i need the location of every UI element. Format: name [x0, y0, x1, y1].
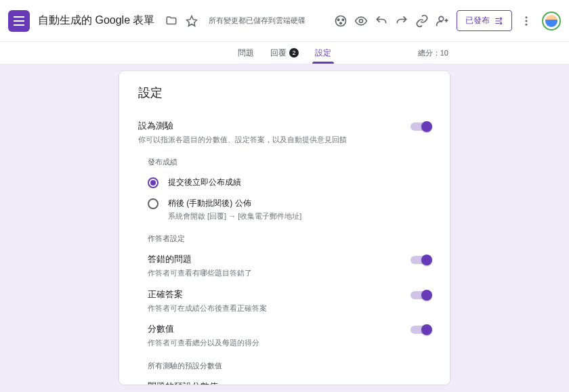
responses-badge: 2 [289, 48, 299, 58]
svg-point-4 [360, 19, 363, 22]
default-pts-title: 問題的預設分數值 [148, 380, 218, 385]
svg-point-3 [340, 22, 342, 24]
publish-button[interactable]: 已發布 [457, 10, 512, 31]
svg-point-6 [500, 18, 501, 19]
svg-point-9 [526, 20, 528, 22]
quiz-title: 設為測驗 [138, 120, 410, 132]
missed-desc: 作答者可查看有哪些題目答錯了 [148, 268, 410, 278]
svg-point-10 [526, 23, 528, 25]
release-opt1-label: 提交後立即公布成績 [168, 177, 241, 188]
total-points: 總分：10 [418, 48, 448, 58]
release-option-later[interactable]: 稍後 (手動批閱後) 公佈 系統會開啟 [回覆] → [收集電子郵件地址] [148, 198, 431, 221]
missed-toggle[interactable] [410, 256, 431, 264]
release-option-immediate[interactable]: 提交後立即公布成績 [148, 177, 431, 188]
form-title[interactable]: 自動生成的 Google 表單 [38, 14, 154, 28]
forms-logo[interactable] [8, 10, 30, 32]
more-icon[interactable] [519, 14, 534, 28]
add-collaborator-icon[interactable] [435, 14, 450, 28]
settings-title: 設定 [138, 85, 431, 101]
missed-title: 答錯的問題 [148, 253, 410, 265]
release-opt2-label: 稍後 (手動批閱後) 公佈 [168, 198, 301, 209]
svg-point-2 [342, 19, 344, 20]
tab-questions[interactable]: 問題 [230, 42, 262, 64]
respondent-subhead: 作答者設定 [148, 234, 431, 244]
undo-icon[interactable] [374, 14, 389, 28]
points-desc: 作答者可查看總分以及每題的得分 [148, 338, 410, 348]
tab-responses[interactable]: 回覆 2 [262, 42, 307, 64]
account-avatar[interactable] [542, 12, 561, 30]
redo-icon[interactable] [394, 14, 409, 28]
correct-title: 正確答案 [148, 288, 410, 301]
points-title: 分數值 [148, 323, 410, 335]
folder-icon[interactable] [164, 14, 179, 28]
svg-point-1 [337, 19, 339, 20]
tab-responses-label: 回覆 [270, 47, 287, 59]
settings-card: 設定 設為測驗 你可以指派各題目的分數值、設定答案，以及自動提供意見回饋 發布成… [119, 70, 450, 385]
star-icon[interactable] [184, 14, 199, 28]
radio-unchecked-icon [148, 198, 159, 209]
tab-settings[interactable]: 設定 [307, 42, 339, 64]
quiz-desc: 你可以指派各題目的分數值、設定答案，以及自動提供意見回饋 [138, 135, 410, 145]
publish-label: 已發布 [465, 15, 490, 26]
preview-icon[interactable] [354, 14, 368, 28]
release-opt2-sub: 系統會開啟 [回覆] → [收集電子郵件地址] [168, 211, 301, 221]
release-subhead: 發布成績 [148, 157, 431, 167]
svg-point-8 [526, 16, 528, 18]
defaults-subhead: 所有測驗的預設分數值 [148, 361, 431, 371]
svg-point-5 [439, 16, 444, 21]
svg-point-7 [500, 22, 501, 24]
quiz-toggle[interactable] [410, 123, 431, 131]
radio-checked-icon [148, 177, 159, 188]
publish-settings-icon [494, 16, 503, 26]
correct-toggle[interactable] [410, 291, 431, 299]
save-status: 所有變更都已儲存到雲端硬碟 [209, 16, 305, 26]
link-icon[interactable] [415, 14, 429, 28]
correct-desc: 作答者可在成績公布後查看正確答案 [148, 303, 410, 313]
theme-icon[interactable] [333, 14, 348, 28]
points-toggle[interactable] [410, 326, 431, 334]
